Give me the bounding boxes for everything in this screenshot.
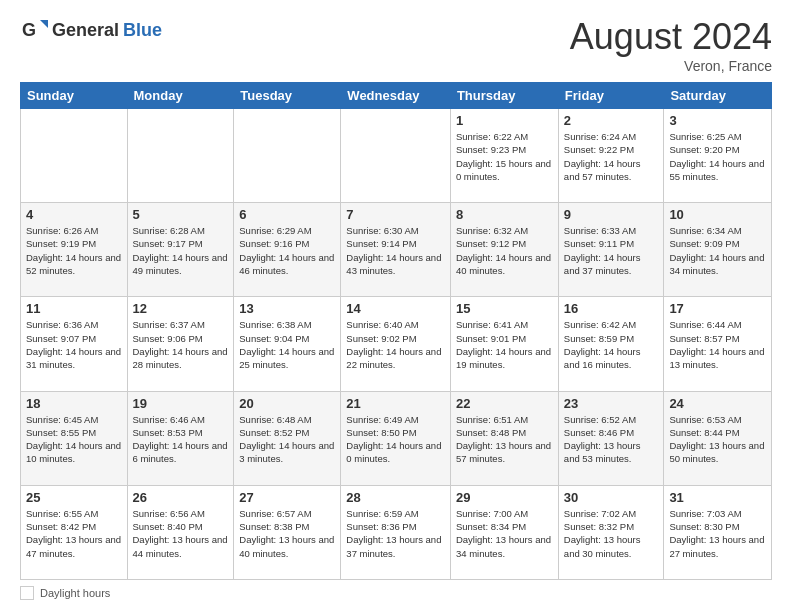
day-number: 17 (669, 301, 766, 316)
day-info: Sunrise: 6:52 AMSunset: 8:46 PMDaylight:… (564, 413, 659, 466)
day-cell (21, 109, 128, 203)
day-cell: 22Sunrise: 6:51 AMSunset: 8:48 PMDayligh… (450, 391, 558, 485)
day-cell: 7Sunrise: 6:30 AMSunset: 9:14 PMDaylight… (341, 203, 451, 297)
col-tuesday: Tuesday (234, 83, 341, 109)
day-cell: 31Sunrise: 7:03 AMSunset: 8:30 PMDayligh… (664, 485, 772, 579)
day-number: 30 (564, 490, 659, 505)
day-number: 1 (456, 113, 553, 128)
day-number: 18 (26, 396, 122, 411)
week-row-1: 4Sunrise: 6:26 AMSunset: 9:19 PMDaylight… (21, 203, 772, 297)
day-info: Sunrise: 6:48 AMSunset: 8:52 PMDaylight:… (239, 413, 335, 466)
day-number: 23 (564, 396, 659, 411)
day-info: Sunrise: 6:51 AMSunset: 8:48 PMDaylight:… (456, 413, 553, 466)
week-row-4: 25Sunrise: 6:55 AMSunset: 8:42 PMDayligh… (21, 485, 772, 579)
day-number: 9 (564, 207, 659, 222)
day-info: Sunrise: 6:53 AMSunset: 8:44 PMDaylight:… (669, 413, 766, 466)
day-cell: 30Sunrise: 7:02 AMSunset: 8:32 PMDayligh… (558, 485, 664, 579)
day-info: Sunrise: 7:02 AMSunset: 8:32 PMDaylight:… (564, 507, 659, 560)
day-info: Sunrise: 6:55 AMSunset: 8:42 PMDaylight:… (26, 507, 122, 560)
day-cell: 16Sunrise: 6:42 AMSunset: 8:59 PMDayligh… (558, 297, 664, 391)
day-number: 24 (669, 396, 766, 411)
logo-general: General (52, 20, 119, 41)
day-cell (234, 109, 341, 203)
day-number: 28 (346, 490, 445, 505)
day-cell: 24Sunrise: 6:53 AMSunset: 8:44 PMDayligh… (664, 391, 772, 485)
day-info: Sunrise: 6:37 AMSunset: 9:06 PMDaylight:… (133, 318, 229, 371)
day-number: 6 (239, 207, 335, 222)
svg-marker-1 (40, 20, 48, 28)
day-cell: 10Sunrise: 6:34 AMSunset: 9:09 PMDayligh… (664, 203, 772, 297)
day-info: Sunrise: 6:57 AMSunset: 8:38 PMDaylight:… (239, 507, 335, 560)
day-number: 12 (133, 301, 229, 316)
col-sunday: Sunday (21, 83, 128, 109)
month-year: August 2024 (570, 16, 772, 58)
day-info: Sunrise: 6:45 AMSunset: 8:55 PMDaylight:… (26, 413, 122, 466)
title-section: August 2024 Veron, France (570, 16, 772, 74)
day-number: 25 (26, 490, 122, 505)
logo-blue: Blue (123, 20, 162, 41)
day-cell: 12Sunrise: 6:37 AMSunset: 9:06 PMDayligh… (127, 297, 234, 391)
day-number: 27 (239, 490, 335, 505)
col-monday: Monday (127, 83, 234, 109)
day-info: Sunrise: 6:36 AMSunset: 9:07 PMDaylight:… (26, 318, 122, 371)
day-number: 19 (133, 396, 229, 411)
legend: Daylight hours (20, 586, 772, 600)
top-section: G GeneralBlue August 2024 Veron, France (20, 16, 772, 74)
day-cell (341, 109, 451, 203)
day-info: Sunrise: 6:30 AMSunset: 9:14 PMDaylight:… (346, 224, 445, 277)
day-cell: 5Sunrise: 6:28 AMSunset: 9:17 PMDaylight… (127, 203, 234, 297)
day-number: 8 (456, 207, 553, 222)
day-number: 4 (26, 207, 122, 222)
location: Veron, France (570, 58, 772, 74)
day-info: Sunrise: 6:28 AMSunset: 9:17 PMDaylight:… (133, 224, 229, 277)
day-info: Sunrise: 6:26 AMSunset: 9:19 PMDaylight:… (26, 224, 122, 277)
day-info: Sunrise: 6:42 AMSunset: 8:59 PMDaylight:… (564, 318, 659, 371)
day-cell: 1Sunrise: 6:22 AMSunset: 9:23 PMDaylight… (450, 109, 558, 203)
header-row: Sunday Monday Tuesday Wednesday Thursday… (21, 83, 772, 109)
day-cell: 18Sunrise: 6:45 AMSunset: 8:55 PMDayligh… (21, 391, 128, 485)
day-number: 26 (133, 490, 229, 505)
day-cell: 4Sunrise: 6:26 AMSunset: 9:19 PMDaylight… (21, 203, 128, 297)
day-cell: 17Sunrise: 6:44 AMSunset: 8:57 PMDayligh… (664, 297, 772, 391)
col-saturday: Saturday (664, 83, 772, 109)
day-number: 15 (456, 301, 553, 316)
day-number: 7 (346, 207, 445, 222)
day-info: Sunrise: 6:49 AMSunset: 8:50 PMDaylight:… (346, 413, 445, 466)
day-number: 10 (669, 207, 766, 222)
day-info: Sunrise: 6:41 AMSunset: 9:01 PMDaylight:… (456, 318, 553, 371)
day-cell: 25Sunrise: 6:55 AMSunset: 8:42 PMDayligh… (21, 485, 128, 579)
day-info: Sunrise: 6:40 AMSunset: 9:02 PMDaylight:… (346, 318, 445, 371)
day-cell: 21Sunrise: 6:49 AMSunset: 8:50 PMDayligh… (341, 391, 451, 485)
logo-icon: G (20, 16, 48, 44)
day-cell: 8Sunrise: 6:32 AMSunset: 9:12 PMDaylight… (450, 203, 558, 297)
day-number: 16 (564, 301, 659, 316)
day-number: 3 (669, 113, 766, 128)
day-number: 2 (564, 113, 659, 128)
day-info: Sunrise: 6:22 AMSunset: 9:23 PMDaylight:… (456, 130, 553, 183)
legend-label: Daylight hours (40, 587, 110, 599)
day-info: Sunrise: 6:29 AMSunset: 9:16 PMDaylight:… (239, 224, 335, 277)
week-row-2: 11Sunrise: 6:36 AMSunset: 9:07 PMDayligh… (21, 297, 772, 391)
day-info: Sunrise: 6:25 AMSunset: 9:20 PMDaylight:… (669, 130, 766, 183)
day-cell: 2Sunrise: 6:24 AMSunset: 9:22 PMDaylight… (558, 109, 664, 203)
day-cell: 3Sunrise: 6:25 AMSunset: 9:20 PMDaylight… (664, 109, 772, 203)
day-cell: 11Sunrise: 6:36 AMSunset: 9:07 PMDayligh… (21, 297, 128, 391)
col-thursday: Thursday (450, 83, 558, 109)
day-number: 29 (456, 490, 553, 505)
day-cell: 28Sunrise: 6:59 AMSunset: 8:36 PMDayligh… (341, 485, 451, 579)
col-friday: Friday (558, 83, 664, 109)
day-info: Sunrise: 6:33 AMSunset: 9:11 PMDaylight:… (564, 224, 659, 277)
page: G GeneralBlue August 2024 Veron, France … (0, 0, 792, 612)
day-cell: 13Sunrise: 6:38 AMSunset: 9:04 PMDayligh… (234, 297, 341, 391)
day-info: Sunrise: 6:44 AMSunset: 8:57 PMDaylight:… (669, 318, 766, 371)
legend-box (20, 586, 34, 600)
day-info: Sunrise: 6:46 AMSunset: 8:53 PMDaylight:… (133, 413, 229, 466)
day-info: Sunrise: 6:32 AMSunset: 9:12 PMDaylight:… (456, 224, 553, 277)
day-info: Sunrise: 6:24 AMSunset: 9:22 PMDaylight:… (564, 130, 659, 183)
day-info: Sunrise: 7:00 AMSunset: 8:34 PMDaylight:… (456, 507, 553, 560)
day-cell: 26Sunrise: 6:56 AMSunset: 8:40 PMDayligh… (127, 485, 234, 579)
day-number: 13 (239, 301, 335, 316)
day-info: Sunrise: 6:38 AMSunset: 9:04 PMDaylight:… (239, 318, 335, 371)
svg-text:G: G (22, 20, 36, 40)
day-number: 20 (239, 396, 335, 411)
